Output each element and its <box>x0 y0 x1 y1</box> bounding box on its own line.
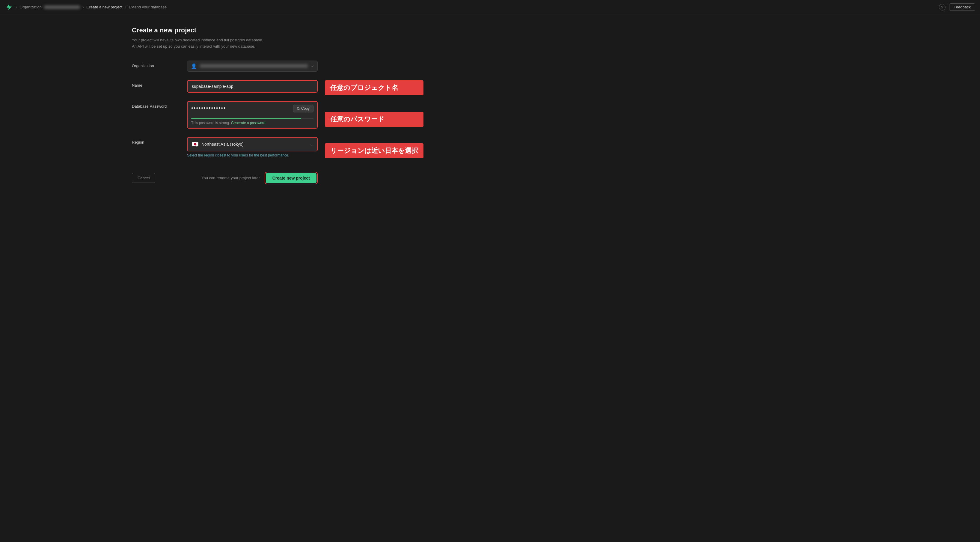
name-label: Name <box>132 80 180 88</box>
annotations: 任意のプロジェクト名 任意のパスワード リージョンは近い日本を選択 <box>325 26 423 158</box>
password-field: ⧉ Copy This password is strong. Generate… <box>187 101 318 129</box>
actions-right: You can rename your project later Create… <box>201 172 318 184</box>
password-input-row: ⧉ Copy <box>188 102 317 115</box>
password-strength-bar <box>191 118 313 119</box>
org-name-blurred <box>200 64 308 68</box>
name-field <box>187 80 318 92</box>
region-annotation: リージョンは近い日本を選択 <box>325 143 423 158</box>
form-subtitle: Your project will have its own dedicated… <box>132 37 318 50</box>
breadcrumb-sep-2: › <box>83 5 84 10</box>
region-row: Region 🇯🇵 Northeast Asia (Tokyo) ⌄ Selec… <box>132 137 318 157</box>
name-input[interactable] <box>188 81 317 92</box>
breadcrumb-create[interactable]: Create a new project <box>86 5 122 9</box>
region-hint: Select the region closest to your users … <box>187 153 318 157</box>
org-label: Organization <box>132 61 180 68</box>
topnav-right: ? Feedback <box>939 3 975 11</box>
region-label: Region <box>132 137 180 145</box>
breadcrumb-extend: Extend your database <box>129 5 167 9</box>
name-row: Name <box>132 80 318 92</box>
password-input[interactable] <box>191 105 291 112</box>
chevron-down-icon: ⌄ <box>311 64 314 68</box>
org-icon: 👤 <box>191 63 197 69</box>
form-title: Create a new project <box>132 26 318 34</box>
form-actions: Cancel You can rename your project later… <box>132 166 318 184</box>
name-input-wrapper <box>187 80 318 92</box>
copy-button[interactable]: ⧉ Copy <box>293 105 313 112</box>
breadcrumb-org-name <box>44 5 80 9</box>
password-hint: This password is strong. Generate a pass… <box>191 121 313 125</box>
chevron-down-icon: ⌄ <box>310 142 313 146</box>
breadcrumb-sep-3: › <box>125 5 126 10</box>
password-label: Database Password <box>132 101 180 108</box>
org-row: Organization 👤 ⌄ <box>132 61 318 72</box>
region-flag: 🇯🇵 <box>192 141 199 148</box>
password-strength-fill <box>191 118 301 119</box>
org-field: 👤 ⌄ <box>187 61 318 72</box>
region-select[interactable]: 🇯🇵 Northeast Asia (Tokyo) ⌄ <box>188 138 317 151</box>
region-select-wrapper: 🇯🇵 Northeast Asia (Tokyo) ⌄ <box>187 137 318 151</box>
create-project-form: Create a new project Your project will h… <box>132 26 318 184</box>
breadcrumb-org[interactable]: Organization <box>19 5 41 9</box>
feedback-button[interactable]: Feedback <box>949 3 975 11</box>
cancel-button[interactable]: Cancel <box>132 173 155 183</box>
breadcrumb-sep-1: › <box>16 5 17 10</box>
region-field: 🇯🇵 Northeast Asia (Tokyo) ⌄ Select the r… <box>187 137 318 157</box>
password-field-wrapper: ⧉ Copy This password is strong. Generate… <box>187 101 318 129</box>
create-project-button[interactable]: Create new project <box>266 173 317 183</box>
password-row: Database Password ⧉ Copy <box>132 101 318 129</box>
create-button-wrapper: Create new project <box>265 172 318 184</box>
region-name: Northeast Asia (Tokyo) <box>201 142 307 147</box>
generate-password-link[interactable]: Generate a password <box>231 121 266 125</box>
password-annotation: 任意のパスワード <box>325 112 423 127</box>
copy-icon: ⧉ <box>297 107 300 111</box>
name-annotation: 任意のプロジェクト名 <box>325 80 423 95</box>
topnav: › Organization › Create a new project › … <box>0 0 980 14</box>
help-icon[interactable]: ? <box>939 4 945 11</box>
password-strength-area: This password is strong. Generate a pass… <box>188 115 317 128</box>
logo[interactable] <box>5 3 13 11</box>
rename-hint: You can rename your project later <box>201 176 260 180</box>
org-select[interactable]: 👤 ⌄ <box>187 61 318 72</box>
